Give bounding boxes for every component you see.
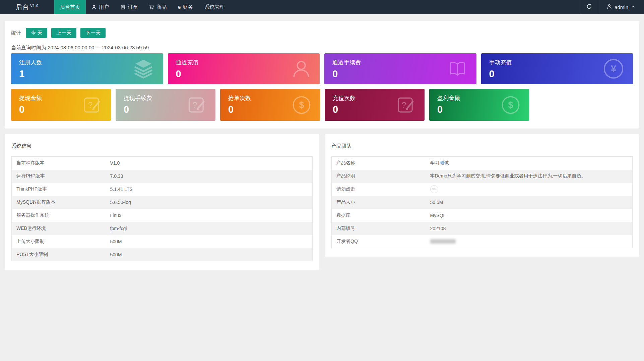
product-team-table: 产品名称 学习测试 产品说明 本Demo只为学习测试交流,请勿要做商业或者用于违…: [331, 156, 633, 248]
nav-item-label: 订单: [128, 4, 138, 10]
table-row: 上传大小限制 500M: [12, 235, 313, 248]
row-value: 学习测试: [426, 157, 633, 170]
nav-item-system[interactable]: 系统管理: [199, 0, 230, 14]
table-row: 产品说明 本Demo只为学习测试交流,请勿要做商业或者用于违法行为,一切后果自负…: [332, 170, 633, 183]
row-value: MySQL: [426, 209, 633, 222]
open-book-icon: [447, 59, 468, 79]
developer-qq-blurred-value: [430, 239, 456, 244]
row-label: 内部版号: [332, 222, 426, 235]
stats-panel: 统计 今 天 上一天 下一天 当前查询时间为:2024-03-06 00:00:…: [5, 21, 639, 128]
row-label: 开发者QQ: [332, 235, 426, 248]
system-info-table: 当前程序版本 V1.0 运行PHP版本 7.0.33 ThinkPHP版本 5.…: [11, 156, 313, 261]
row-value: Linux: [106, 209, 313, 222]
stat-card-channel-recharge: 通道充值 0: [168, 53, 320, 84]
row-value: 500M: [106, 248, 313, 261]
row-label: 产品大小: [332, 196, 426, 209]
stat-card-channel-fee: 通道手续费 0: [324, 53, 476, 84]
row-label: MySQL数据库版本: [12, 196, 106, 209]
table-row: 运行PHP版本 7.0.33: [12, 170, 313, 183]
yen-circle-icon: ¥: [603, 58, 624, 80]
row-value: 5.6.50-log: [106, 196, 313, 209]
row-value: 500M: [106, 235, 313, 248]
refresh-icon: [586, 4, 592, 11]
table-row: 请勿点击 404: [332, 183, 633, 196]
nav-item-orders[interactable]: 订单: [115, 0, 143, 14]
svg-text:$: $: [299, 100, 304, 110]
row-label: 当前程序版本: [12, 157, 106, 170]
stat-card-grab-order-count: 抢单次数 0 $: [220, 89, 320, 121]
today-button[interactable]: 今 天: [26, 28, 47, 38]
nav-item-label: 系统管理: [204, 4, 224, 10]
system-info-panel: 系统信息 当前程序版本 V1.0 运行PHP版本 7.0.33 ThinkPHP…: [5, 134, 319, 270]
nav-item-users[interactable]: 用户: [86, 0, 115, 14]
row-label: 运行PHP版本: [12, 170, 106, 183]
row-label: WEB运行环境: [12, 222, 106, 235]
row-value: 5.1.41 LTS: [106, 183, 313, 196]
row-label: 产品说明: [332, 170, 426, 183]
document-icon: [120, 5, 125, 10]
svg-text:?: ?: [402, 101, 406, 109]
table-row: 内部版号 202108: [332, 222, 633, 235]
person-outline-icon: [292, 59, 311, 79]
row-value: 7.0.33: [106, 170, 313, 183]
stat-card-recharge-count: 充值次数 0 ?: [325, 89, 425, 121]
nav-item-label: 用户: [99, 4, 109, 10]
stat-card-row-1: 注册人数 1 通道充值 0 通道手续费 0 手: [11, 53, 633, 84]
chevron-up-icon: [631, 4, 635, 10]
svg-text:$: $: [508, 100, 513, 110]
row-label: POST大小限制: [12, 248, 106, 261]
yen-icon: ¥: [178, 4, 181, 10]
user-icon: [607, 4, 612, 10]
user-icon: [91, 5, 96, 10]
bottom-section: 系统信息 当前程序版本 V1.0 运行PHP版本 7.0.33 ThinkPHP…: [5, 134, 639, 270]
table-row: ThinkPHP版本 5.1.41 LTS: [12, 183, 313, 196]
main-nav: 后台首页 用户 订单 商品 ¥ 财务 系统管理: [54, 0, 230, 14]
table-row: 服务器操作系统 Linux: [12, 209, 313, 222]
row-value: 50.5M: [426, 196, 633, 209]
nav-item-label: 财务: [183, 4, 193, 10]
table-row: 当前程序版本 V1.0: [12, 157, 313, 170]
table-row: POST大小限制 500M: [12, 248, 313, 261]
table-row: 产品大小 50.5M: [332, 196, 633, 209]
stat-card-registered-users: 注册人数 1: [11, 53, 163, 84]
edit-doc-icon: ?: [83, 95, 102, 115]
stat-card-manual-recharge: 手动充值 0 ¥: [481, 53, 633, 84]
dollar-circle-icon: $: [501, 95, 520, 115]
row-value: 本Demo只为学习测试交流,请勿要做商业或者用于违法行为,一切后果自负。: [426, 170, 633, 183]
nav-item-finance[interactable]: ¥ 财务: [172, 0, 199, 14]
row-value: 404: [426, 183, 633, 196]
svg-text:¥: ¥: [611, 63, 617, 74]
user-menu[interactable]: admin: [598, 0, 644, 14]
table-row: 开发者QQ: [332, 235, 633, 248]
stat-card-withdraw-amount: 提现金额 0 ?: [11, 89, 111, 121]
previous-day-button[interactable]: 上一天: [51, 28, 76, 38]
stat-card-row-2: 提现金额 0 ? 提现手续费 0 ? 抢单次数 0 $: [11, 89, 633, 121]
nav-item-dashboard[interactable]: 后台首页: [54, 0, 86, 14]
layers-icon: [132, 58, 154, 79]
cart-icon: [149, 5, 154, 10]
next-day-button[interactable]: 下一天: [80, 28, 106, 38]
nav-item-label: 后台首页: [60, 4, 80, 10]
do-not-click-badge[interactable]: 404: [430, 185, 438, 193]
row-value: [426, 235, 633, 248]
row-label: 服务器操作系统: [12, 209, 106, 222]
nav-item-label: 商品: [156, 4, 167, 10]
row-label: ThinkPHP版本: [12, 183, 106, 196]
app-title: 后台: [16, 3, 29, 11]
username: admin: [615, 4, 628, 10]
stat-card-withdraw-fee: 提现手续费 0 ?: [116, 89, 215, 121]
edit-doc-icon: ?: [396, 95, 416, 115]
row-label: 上传大小限制: [12, 235, 106, 248]
nav-item-goods[interactable]: 商品: [143, 0, 172, 14]
refresh-button[interactable]: [580, 0, 598, 14]
table-row: 产品名称 学习测试: [332, 157, 633, 170]
row-label: 请勿点击: [332, 183, 426, 196]
svg-text:?: ?: [88, 101, 92, 109]
row-label: 数据库: [332, 209, 426, 222]
stats-header: 统计 今 天 上一天 下一天: [11, 28, 633, 38]
system-info-title: 系统信息: [11, 143, 313, 149]
page-content: 统计 今 天 上一天 下一天 当前查询时间为:2024-03-06 00:00:…: [5, 21, 639, 270]
dollar-circle-icon: $: [292, 95, 311, 115]
app-logo: 后台 V1.0: [0, 0, 54, 14]
product-team-panel: 产品团队 产品名称 学习测试 产品说明 本Demo只为学习测试交流,请勿要做商业…: [325, 134, 639, 257]
